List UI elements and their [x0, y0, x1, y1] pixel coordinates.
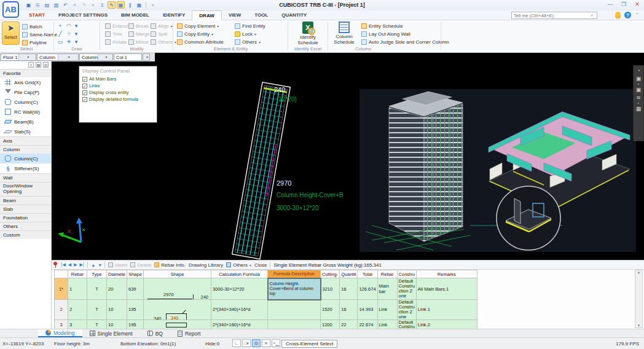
- collapse-ribbon-icon[interactable]: ⌃: [635, 12, 639, 18]
- delete-button[interactable]: Delete: [130, 262, 151, 268]
- help-icon[interactable]: ?: [624, 12, 631, 18]
- ortho-icon[interactable]: ∟: [232, 339, 241, 347]
- draw-rect-icon[interactable]: ▭: [56, 38, 65, 46]
- rebar-info-button[interactable]: Rebar Info.: [154, 262, 186, 268]
- table-scrollbar[interactable]: ▲ ▼: [635, 270, 643, 328]
- column-schedule-button[interactable]: Column Schedule: [331, 22, 358, 45]
- restore-icon[interactable]: ❐: [619, 1, 628, 9]
- sidebar-item-slab-fav[interactable]: Slab(S): [0, 127, 51, 136]
- search-icon[interactable]: ⌕: [591, 12, 597, 18]
- expand-all-icon[interactable]: ▦: [36, 62, 41, 68]
- sidebar-item-column-fav[interactable]: Column(C): [0, 97, 51, 107]
- identify-schedule-button[interactable]: X Identify Schedule: [294, 22, 322, 45]
- sidebar-section-others[interactable]: Others: [0, 222, 51, 230]
- grid-close-button[interactable]: Close: [254, 262, 267, 268]
- entity-schedule-button[interactable]: Entity Schedule: [360, 22, 450, 29]
- tab-bim-model[interactable]: BIM MODEL: [114, 10, 156, 20]
- prev-record-icon[interactable]: ◀: [68, 262, 71, 267]
- collapse-all-icon[interactable]: ▥: [43, 62, 49, 68]
- select-button[interactable]: ➤ Select: [2, 22, 20, 45]
- deselect-icon[interactable]: ✕: [262, 339, 270, 347]
- polyline-button[interactable]: Polyline: [21, 39, 58, 46]
- col-rownum[interactable]: [55, 270, 68, 278]
- tab-report[interactable]: Report: [170, 329, 208, 337]
- app-logo[interactable]: AB: [2, 1, 19, 18]
- move-down-icon[interactable]: ▼: [98, 263, 101, 267]
- schedule-view-icon[interactable]: ▦: [636, 106, 642, 112]
- layout-along-wall-button[interactable]: Lay Out Along Wall: [360, 30, 450, 37]
- find-entity-button[interactable]: Find Entity: [234, 22, 267, 29]
- sidebar-item-column[interactable]: Column(C): [0, 154, 51, 163]
- col-diameter[interactable]: Diamete: [107, 270, 127, 278]
- move-up-icon[interactable]: ▲: [91, 263, 95, 267]
- close-icon[interactable]: ✕: [633, 1, 642, 9]
- isometric-view-icon[interactable]: ▣: [636, 87, 642, 93]
- col-quantity[interactable]: Quantit: [340, 270, 358, 278]
- add-select-icon[interactable]: +▁: [272, 339, 280, 347]
- linked-select-icon[interactable]: ⧉: [252, 339, 261, 347]
- draw-arc-icon[interactable]: ◠: [65, 22, 73, 30]
- sidebar-section-slab[interactable]: Slab: [0, 205, 51, 213]
- draw-line-icon[interactable]: ╱: [56, 30, 65, 38]
- floor-dropdown[interactable]: Floor 1▾: [1, 53, 36, 61]
- tab-quantity[interactable]: QUANTITY: [275, 10, 313, 20]
- element-dropdown[interactable]: Column▾: [79, 53, 113, 61]
- batch-button[interactable]: Batch: [21, 23, 58, 30]
- element-type-dropdown[interactable]: Column▾: [37, 53, 79, 61]
- sidebar-item-rc-wall[interactable]: RC Wall(W): [0, 107, 51, 117]
- option-all-main-bars[interactable]: ✓All Main Bars: [82, 76, 154, 82]
- select-mode-dropdown[interactable]: Cross-Element Select: [281, 340, 337, 348]
- col-calculation-formula[interactable]: Calculation Formula: [211, 270, 268, 278]
- align-button[interactable]: Align▾: [149, 22, 173, 29]
- tab-start[interactable]: START: [22, 10, 52, 20]
- mirror-button[interactable]: Mirror: [127, 38, 149, 45]
- insert-button[interactable]: Insert: [108, 262, 127, 268]
- scroll-down-icon[interactable]: ▼: [637, 324, 641, 327]
- col-rebar-role[interactable]: Rebar: [377, 270, 397, 278]
- minimize-icon[interactable]: —: [606, 1, 615, 9]
- draw-arc-dropdown-icon[interactable]: ▾: [73, 22, 79, 30]
- next-record-icon[interactable]: ▶: [74, 262, 76, 267]
- tab-tool[interactable]: TOOL: [248, 10, 275, 20]
- tab-single-element[interactable]: Single Element: [82, 329, 140, 337]
- drawing-library-button[interactable]: Drawing Library: [189, 262, 223, 268]
- window-select-icon[interactable]: □▾: [242, 339, 251, 347]
- auto-judge-button[interactable]: Auto Judge Side and Corner Column: [360, 38, 450, 45]
- layers-icon[interactable]: ≋: [636, 95, 641, 101]
- split-button[interactable]: Split: [149, 30, 173, 37]
- box-view-icon[interactable]: ▣: [636, 76, 642, 82]
- sidebar-section-wall[interactable]: Wall: [0, 173, 51, 182]
- search-input[interactable]: [512, 13, 591, 18]
- drawing-canvas[interactable]: 240 (12*20) 2970 Column Height-Cover+B 3…: [52, 61, 644, 260]
- draw-points-dropdown-icon[interactable]: ▾: [73, 30, 79, 38]
- element-others-button[interactable]: Others▾: [234, 38, 267, 45]
- tab-draw[interactable]: DRAW: [192, 10, 221, 20]
- option-links[interactable]: ✓Links: [82, 82, 154, 89]
- checkbox-checked-icon[interactable]: ✓: [82, 97, 87, 102]
- draw-points-icon[interactable]: ⁘: [65, 30, 73, 38]
- pin-icon[interactable]: [53, 262, 58, 268]
- same-name-button[interactable]: Same-Name: [21, 31, 58, 38]
- tab-bq[interactable]: BQ: [140, 329, 170, 337]
- sidebar-section-custom[interactable]: Custom: [0, 230, 51, 239]
- col-type[interactable]: Type: [87, 270, 107, 278]
- draw-hatch-dropdown-icon[interactable]: ▾: [73, 38, 79, 46]
- sidebar-item-pile-cap[interactable]: Pile Cap(P): [0, 87, 51, 97]
- extend-button[interactable]: Extend: [104, 22, 127, 29]
- display-control-panel[interactable]: Display Control Panel ✓All Main Bars ✓Li…: [79, 66, 157, 123]
- col-shape-no[interactable]: Shape: [127, 270, 144, 278]
- sidebar-section-axis[interactable]: Axis: [0, 136, 51, 145]
- orbit-view-icon[interactable]: ◔: [637, 68, 640, 74]
- rotate-button[interactable]: Rotate: [104, 38, 127, 45]
- entity-dropdown-arrow[interactable]: ▾: [143, 53, 150, 61]
- sidebar-section-foundation[interactable]: Foundation: [0, 213, 51, 222]
- lamp-icon[interactable]: [615, 12, 621, 18]
- entity-dropdown[interactable]: Col-1: [114, 53, 142, 61]
- trim-button[interactable]: Trim: [104, 30, 127, 37]
- last-record-icon[interactable]: ▶│: [80, 262, 85, 267]
- draw-point-icon[interactable]: +: [56, 22, 65, 30]
- checkbox-checked-icon[interactable]: ✓: [82, 77, 87, 82]
- option-display-cross-entity[interactable]: ✓Display cross entity: [82, 89, 154, 96]
- merge-button[interactable]: Merge: [127, 30, 149, 37]
- tab-view[interactable]: VIEW: [222, 10, 248, 20]
